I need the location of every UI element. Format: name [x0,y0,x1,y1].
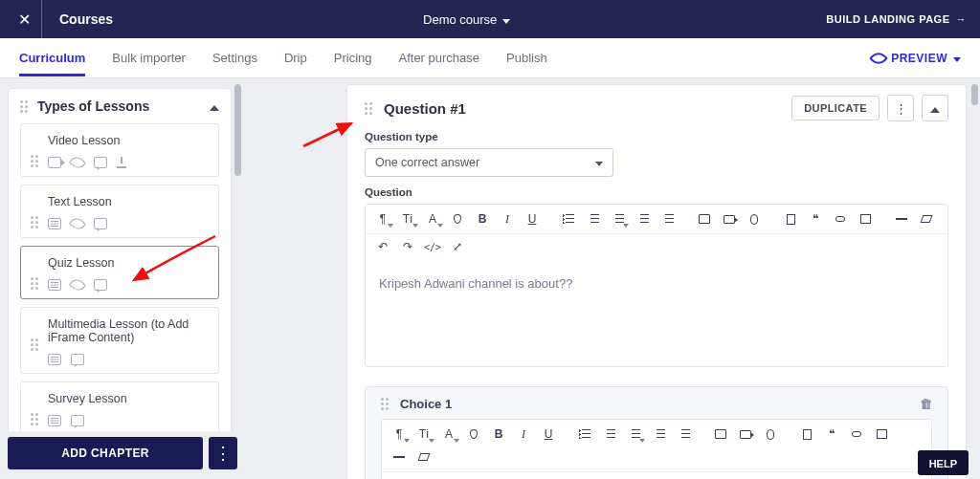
tab-drip[interactable]: Drip [284,51,307,65]
toolbar-ulist-button[interactable] [557,208,580,229]
lesson-item[interactable]: Text Lesson [20,185,219,238]
toolbar-indent-button[interactable] [648,424,671,445]
build-label: BUILD LANDING PAGE [826,13,949,25]
toolbar-pilcrow-button[interactable]: ¶ [388,424,411,445]
tab-pricing[interactable]: Pricing [334,51,372,65]
toolbar-drop-button[interactable] [446,208,469,229]
drag-handle-icon[interactable] [31,216,40,229]
toolbar-video-button[interactable] [734,424,757,445]
toolbar-code-button[interactable]: </> [421,236,444,257]
chevron-down-icon [953,52,961,65]
tab-settings[interactable]: Settings [212,51,257,65]
course-dropdown[interactable]: Demo course [423,12,510,27]
drag-handle-icon[interactable] [31,155,40,167]
toolbar-hr-button[interactable] [890,208,913,229]
tab-bulk-importer[interactable]: Bulk importer [112,51,186,65]
question-title: Question #1 [384,100,466,117]
toolbar-undo-button[interactable] [371,236,394,257]
choice-title: Choice 1 [400,397,452,411]
toolbar-link-button[interactable] [845,424,868,445]
drag-handle-icon[interactable] [381,398,390,410]
more-menu-button[interactable]: ⋮ [887,95,914,121]
toolbar-redo-button[interactable] [412,474,435,479]
toolbar-quote-button[interactable]: ❝ [804,208,827,229]
toolbar-expand-button[interactable] [446,236,469,257]
preview-button[interactable]: PREVIEW [872,52,961,65]
toolbar-code-button[interactable]: </> [437,474,460,479]
toolbar-file-button[interactable] [779,208,802,229]
toolbar-redo-button[interactable] [396,236,419,257]
toolbar-image-button[interactable] [693,208,716,229]
dl-icon [117,157,130,168]
toolbar-align-button[interactable] [607,208,630,229]
toolbar-table-button[interactable] [854,208,877,229]
toolbar-ulist-button[interactable] [573,424,596,445]
toolbar-video-button[interactable] [718,208,741,229]
toolbar-expand-button[interactable] [462,474,485,479]
toolbar-audio-button[interactable] [759,424,782,445]
toolbar-indent-button[interactable] [632,208,655,229]
toolbar-audio-button[interactable] [743,208,766,229]
tab-curriculum[interactable]: Curriculum [19,51,85,65]
tab-publish[interactable]: Publish [506,51,547,65]
course-name: Demo course [423,12,497,27]
drag-handle-icon[interactable] [365,102,374,115]
chat-icon [94,279,107,291]
help-button[interactable]: HELP [918,450,969,475]
add-chapter-button[interactable]: ADD CHAPTER [8,437,203,469]
toolbar-undo-button[interactable] [388,474,411,479]
toolbar-italic-button[interactable]: I [496,208,519,229]
collapse-question-button[interactable] [922,95,948,121]
main-scrollbar[interactable] [971,84,978,105]
toolbar-Tsize-button[interactable]: T𝗂 [396,208,419,229]
question-text-input[interactable]: Kripesh Adwani channel is about?? [366,261,947,366]
toolbar-Acolor-button[interactable]: A [437,424,460,445]
duplicate-button[interactable]: DUPLICATE [791,96,880,120]
eye-icon [69,154,86,171]
collapse-toggle[interactable] [210,98,219,114]
toolbar-Acolor-button[interactable]: A [421,208,444,229]
toolbar-italic-button[interactable]: I [512,424,535,445]
lesson-item[interactable]: Multimedia Lesson (to Add iFrame Content… [20,307,219,374]
toolbar-eraser-button[interactable] [915,208,938,229]
chevron-down-icon [502,12,510,27]
toolbar-drop-button[interactable] [462,424,485,445]
toolbar-underline-button[interactable]: U [521,208,544,229]
toolbar-olist-button[interactable] [582,208,605,229]
toolbar-pilcrow-button[interactable]: ¶ [371,208,394,229]
toolbar-table-button[interactable] [870,424,893,445]
page-title: Courses [42,11,113,27]
lesson-item[interactable]: Survey Lesson [20,381,219,431]
toolbar-outdent-button[interactable] [657,208,679,229]
close-button[interactable]: ✕ [8,0,42,38]
toolbar-outdent-button[interactable] [673,424,696,445]
toolbar-eraser-button[interactable] [412,446,435,468]
toolbar-align-button[interactable] [623,424,646,445]
drag-handle-icon[interactable] [20,100,30,113]
sidebar-scrollbar[interactable] [234,84,241,176]
doc-icon [48,279,61,291]
lesson-item[interactable]: Quiz Lesson [20,246,219,299]
toolbar-underline-button[interactable]: U [537,424,560,445]
toolbar-quote-button[interactable]: ❝ [820,424,843,445]
toolbar-hr-button[interactable] [388,446,411,468]
delete-choice-button[interactable]: 🗑 [920,397,932,411]
doc-icon [48,218,61,229]
toolbar-bold-button[interactable]: B [471,208,494,229]
drag-handle-icon[interactable] [31,338,40,351]
tab-after-purchase[interactable]: After purchase [399,51,480,65]
toolbar-olist-button[interactable] [598,424,621,445]
toolbar-bold-button[interactable]: B [487,424,510,445]
toolbar-image-button[interactable] [709,424,732,445]
add-chapter-more-button[interactable]: ⋮ [209,437,237,469]
preview-label: PREVIEW [891,52,947,65]
drag-handle-icon[interactable] [31,413,40,425]
toolbar-file-button[interactable] [795,424,818,445]
question-type-label: Question type [365,131,948,142]
toolbar-link-button[interactable] [829,208,852,229]
question-type-select[interactable]: One correct answer [365,148,613,177]
build-landing-page-button[interactable]: BUILD LANDING PAGE → [820,13,972,25]
toolbar-Tsize-button[interactable]: T𝗂 [412,424,435,445]
drag-handle-icon[interactable] [31,277,40,290]
lesson-item[interactable]: Video Lesson [20,123,219,177]
